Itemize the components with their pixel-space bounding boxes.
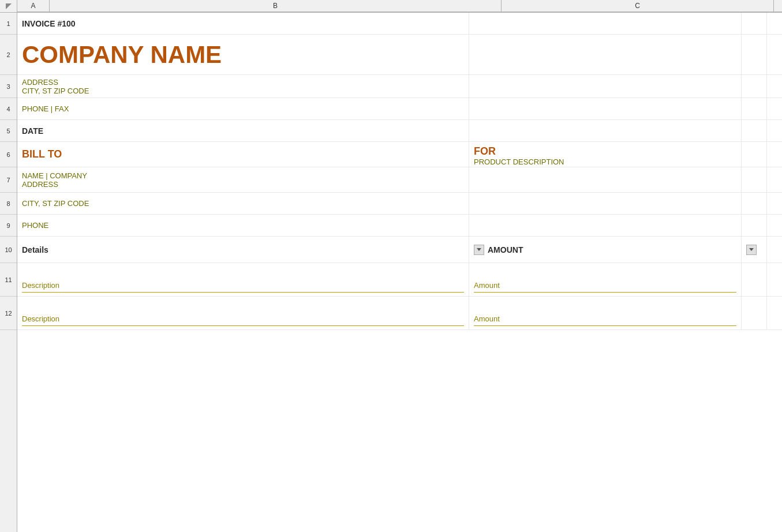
cell-b2[interactable]: COMPANY NAME	[17, 35, 469, 74]
row-num-5[interactable]: 5	[0, 120, 17, 142]
cell-d12[interactable]	[742, 297, 767, 329]
row-num-1[interactable]: 1	[0, 13, 17, 35]
cell-c2[interactable]	[469, 35, 742, 74]
row-num-9[interactable]: 9	[0, 215, 17, 237]
row-num-11[interactable]: 11	[0, 263, 17, 297]
address-line2: CITY, ST ZIP CODE	[22, 87, 89, 95]
column-headers: A B C D	[0, 0, 782, 13]
cell-c8[interactable]	[469, 193, 742, 214]
date-label: DATE	[22, 126, 43, 136]
phone-fax: PHONE | FAX	[22, 104, 69, 113]
row-num-2[interactable]: 2	[0, 35, 17, 75]
cell-c7[interactable]	[469, 167, 742, 192]
cell-c12[interactable]: Amount	[469, 297, 742, 329]
row-num-3[interactable]: 3	[0, 75, 17, 98]
cell-b3[interactable]: ADDRESS CITY, ST ZIP CODE	[17, 75, 469, 98]
product-description: PRODUCT DESCRIPTION	[474, 158, 564, 166]
cell-d3[interactable]	[742, 75, 767, 98]
cell-b10[interactable]: Details	[17, 237, 469, 263]
row-8: CITY, ST ZIP CODE	[17, 193, 782, 215]
row-num-8[interactable]: 8	[0, 193, 17, 215]
cell-b1[interactable]: INVOICE #100	[17, 13, 469, 34]
bill-address: ADDRESS	[22, 180, 58, 189]
amount-dropdown-right[interactable]	[746, 245, 757, 255]
cell-d7[interactable]	[742, 167, 767, 192]
spreadsheet: A B C D 1 2 3 4 5 6 7 8 9 10 11 12	[0, 0, 782, 532]
cell-c6[interactable]: FOR PRODUCT DESCRIPTION	[469, 142, 742, 167]
row-2: COMPANY NAME	[17, 35, 782, 75]
row-10: Details AMOUNT	[17, 237, 782, 263]
col-header-a[interactable]: A	[17, 0, 50, 12]
row12-amount: Amount	[474, 314, 736, 326]
row12-description: Description	[22, 314, 464, 326]
dropdown-arrow-right	[749, 248, 754, 251]
row11-amount: Amount	[474, 281, 736, 293]
cell-b5[interactable]: DATE	[17, 120, 469, 141]
cell-d2[interactable]	[742, 35, 767, 74]
row-num-7[interactable]: 7	[0, 167, 17, 193]
col-header-c[interactable]: C	[502, 0, 774, 12]
cell-b12[interactable]: Description	[17, 297, 469, 329]
address-line1: ADDRESS	[22, 78, 58, 87]
amount-header: AMOUNT	[488, 245, 523, 254]
cell-b6[interactable]: BILL TO	[17, 142, 469, 167]
for-label: FOR	[474, 145, 496, 158]
cell-d8[interactable]	[742, 193, 767, 214]
col-header-d[interactable]: D	[774, 0, 782, 12]
cell-b7[interactable]: NAME | COMPANY ADDRESS	[17, 167, 469, 192]
cell-d11[interactable]	[742, 263, 767, 296]
row-12: Description Amount	[17, 297, 782, 330]
bill-to-label: BILL TO	[22, 148, 62, 160]
bill-name-company: NAME | COMPANY	[22, 171, 87, 180]
amount-dropdown-left[interactable]	[474, 245, 484, 255]
spreadsheet-body: INVOICE #100 COMPANY NAME ADDRESS CITY, …	[17, 13, 782, 532]
row-5: DATE	[17, 120, 782, 142]
row-num-4[interactable]: 4	[0, 98, 17, 120]
row-4: PHONE | FAX	[17, 98, 782, 120]
cell-b4[interactable]: PHONE | FAX	[17, 98, 469, 119]
row-1: INVOICE #100	[17, 13, 782, 35]
col-header-b[interactable]: B	[50, 0, 502, 12]
row-11: Description Amount	[17, 263, 782, 297]
row-num-12[interactable]: 12	[0, 297, 17, 330]
row-7: NAME | COMPANY ADDRESS	[17, 167, 782, 193]
dropdown-arrow-left	[477, 248, 481, 251]
bill-phone: PHONE	[22, 221, 48, 230]
rows-container: 1 2 3 4 5 6 7 8 9 10 11 12 INVOICE #100	[0, 13, 782, 532]
cell-c3[interactable]	[469, 75, 742, 98]
row-numbers: 1 2 3 4 5 6 7 8 9 10 11 12	[0, 13, 17, 532]
invoice-title: INVOICE #100	[22, 19, 76, 28]
row-num-10[interactable]: 10	[0, 237, 17, 263]
cell-d4[interactable]	[742, 98, 767, 119]
cell-c10[interactable]: AMOUNT	[469, 237, 742, 263]
cell-d6[interactable]	[742, 142, 767, 167]
row11-description: Description	[22, 281, 464, 293]
select-all-triangle	[6, 3, 12, 9]
cell-c11[interactable]: Amount	[469, 263, 742, 296]
cell-c5[interactable]	[469, 120, 742, 141]
corner-cell[interactable]	[0, 0, 17, 13]
row-9: PHONE	[17, 215, 782, 237]
row-num-6[interactable]: 6	[0, 142, 17, 167]
cell-d9[interactable]	[742, 215, 767, 236]
bill-city-state: CITY, ST ZIP CODE	[22, 199, 89, 208]
cell-c1[interactable]	[469, 13, 742, 34]
cell-c9[interactable]	[469, 215, 742, 236]
cell-d1[interactable]	[742, 13, 767, 34]
cell-b11[interactable]: Description	[17, 263, 469, 296]
cell-d5[interactable]	[742, 120, 767, 141]
details-label: Details	[22, 245, 48, 254]
cell-c4[interactable]	[469, 98, 742, 119]
row-6: BILL TO FOR PRODUCT DESCRIPTION	[17, 142, 782, 167]
cell-b9[interactable]: PHONE	[17, 215, 469, 236]
company-name: COMPANY NAME	[22, 43, 222, 67]
row-3: ADDRESS CITY, ST ZIP CODE	[17, 75, 782, 98]
cell-d10[interactable]	[742, 237, 767, 263]
cell-b8[interactable]: CITY, ST ZIP CODE	[17, 193, 469, 214]
